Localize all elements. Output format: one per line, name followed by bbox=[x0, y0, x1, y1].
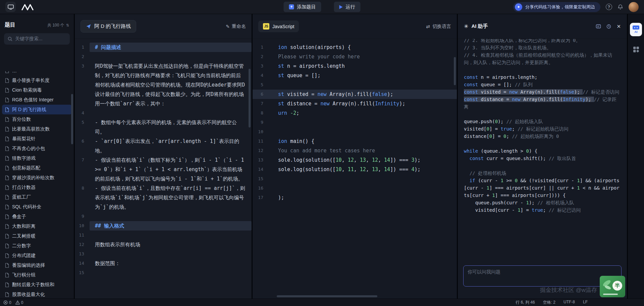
code-line[interactable]: 3st n = airports.length bbox=[253, 61, 457, 71]
chat-export-icon[interactable] bbox=[596, 24, 601, 29]
help-icon[interactable]: ? bbox=[606, 4, 612, 10]
code-line[interactable]: 5 bbox=[253, 80, 457, 90]
markdown-line[interactable]: 3阿D驾驶一架飞机需要从出发点抵达目的地，但是由于特殊的航空管制，对飞机的飞行路… bbox=[75, 61, 252, 108]
sidebar-item[interactable]: 百分位数 bbox=[2, 114, 72, 124]
add-problem-button[interactable]: + 添加题目 bbox=[284, 2, 321, 12]
sidebar-item[interactable]: 比赛最高获胜次数 bbox=[2, 124, 72, 134]
markdown-line[interactable]: 15 bbox=[75, 268, 252, 277]
markdown-line[interactable]: 13 bbox=[75, 249, 252, 259]
markdown-content[interactable]: 1# 问题描述23阿D驾驶一架飞机需要从出发点抵达目的地，但是由于特殊的航空管制… bbox=[75, 39, 252, 299]
code-content[interactable]: 1ion solution(airports) {2Please write y… bbox=[253, 39, 457, 299]
markdown-line[interactable]: 9 bbox=[75, 212, 252, 221]
run-button[interactable]: 运行 bbox=[334, 2, 361, 12]
code-text: st n = airports.length bbox=[270, 61, 345, 71]
notifications-bell-icon[interactable] bbox=[618, 4, 623, 10]
markdown-line[interactable]: 10## 输入格式 bbox=[75, 221, 252, 231]
sidebar-item[interactable]: 分布式团建 bbox=[2, 251, 72, 260]
code-line[interactable]: 6st visited = new Array(n).fill(false); bbox=[253, 90, 457, 99]
language-tab[interactable]: JS JavaScript bbox=[258, 20, 299, 32]
sidebar-item[interactable]: 大数和距离 bbox=[2, 221, 72, 231]
code-line[interactable]: 17); bbox=[253, 193, 457, 202]
markdown-text bbox=[90, 52, 252, 61]
share-banner[interactable]: ✦ 分享代码练习体验，领限量定制周边 bbox=[513, 2, 600, 12]
markdown-line[interactable]: 14数据范围： bbox=[75, 259, 252, 268]
ai-response-line: // 2. 将起始机场入队，标记为已访问，距离设为 0。 bbox=[464, 39, 620, 44]
code-line[interactable]: 9 bbox=[253, 118, 457, 127]
line-number: 9 bbox=[75, 212, 90, 221]
problem-list: …最小替换子串长度Cion 勒索病毒RGB 色值转 Integer阿 D 的飞行… bbox=[0, 71, 74, 299]
code-line[interactable]: 15 bbox=[253, 174, 457, 184]
code-text: st visited = new Array(n).fill(false); bbox=[270, 90, 393, 99]
sidebar-item-label: SQL 代码补全 bbox=[12, 204, 41, 210]
markdown-line[interactable]: 1# 问题描述 bbox=[75, 43, 252, 52]
switch-language-button[interactable]: ⇄ 切换语言 bbox=[426, 23, 451, 30]
code-line[interactable]: 16 bbox=[253, 184, 457, 193]
code-text bbox=[270, 118, 278, 127]
watermark-logo: 半 bbox=[600, 276, 625, 297]
code-line[interactable]: 14sole.log(solution([10, 11, 12, 13, 14]… bbox=[253, 165, 457, 174]
sidebar-item[interactable]: 翻转后最大子数组和 bbox=[2, 280, 72, 290]
ai-response-line: const n = airports.length; bbox=[464, 73, 620, 81]
app-logo[interactable] bbox=[5, 2, 16, 12]
main-area: 题目 共 100 个 ⇅ 关键字搜索... …最小替换子串长度Cion 勒索病毒… bbox=[0, 14, 644, 299]
sidebar-item[interactable]: 不再贪心的小包 bbox=[2, 144, 72, 153]
sidebar-item[interactable]: 猜数字游戏 bbox=[2, 153, 72, 163]
share-banner-text: 分享代码练习体验，领限量定制周边 bbox=[525, 4, 595, 10]
file-icon bbox=[5, 224, 9, 229]
sidebar-item[interactable]: 股票收益最大化 bbox=[2, 290, 72, 299]
sidebar-item[interactable]: 番茄编辑的选择 bbox=[2, 260, 72, 270]
sidebar-item[interactable]: 创意标题匹配 bbox=[2, 163, 72, 173]
code-line[interactable]: 7st distance = new Array(n).fill(Infinit… bbox=[253, 99, 457, 108]
sidebar-item-label: 蛋糕工厂 bbox=[12, 194, 31, 200]
rename-button[interactable]: ✎ 重命名 bbox=[226, 23, 246, 30]
search-box[interactable]: 关键字搜索... bbox=[4, 33, 70, 45]
markdown-line[interactable]: 8- 假设当前在机场`i`，且数组中存在`arr[i] == arr[j]`，则… bbox=[75, 184, 252, 212]
sidebar-scrollbar[interactable] bbox=[71, 94, 73, 144]
markdown-line[interactable]: 6- `arr[0]`表示出发点，`arr[arr.length - 1]`表示… bbox=[75, 137, 252, 155]
sidebar-item[interactable]: 叠盒子 bbox=[2, 212, 72, 221]
file-icon bbox=[5, 234, 9, 239]
code-line[interactable]: 11ion main() { bbox=[253, 137, 457, 146]
code-line[interactable]: 8urn -2; bbox=[253, 108, 457, 118]
sidebar-item[interactable]: 二叉树捂暖 bbox=[2, 231, 72, 241]
code-line[interactable]: 4st queue = []; bbox=[253, 71, 457, 80]
markdown-line[interactable]: 2 bbox=[75, 52, 252, 61]
code-line[interactable]: 2Please write your code here bbox=[253, 52, 457, 61]
markdown-line[interactable]: 11 bbox=[75, 231, 252, 240]
code-line[interactable]: 12You can add more test cases here bbox=[253, 146, 457, 155]
sidebar-item[interactable]: Cion 勒索病毒 bbox=[2, 85, 72, 95]
markdown-line[interactable]: 5- 数组中每个元素表示不同的机场，元素的值表示不同的航空公司。 bbox=[75, 118, 252, 137]
line-number: 16 bbox=[253, 184, 270, 193]
code-line[interactable]: 1ion solution(airports) { bbox=[253, 43, 457, 52]
sidebar-item[interactable]: 阿 D 的飞行路线 bbox=[2, 105, 72, 114]
sidebar-item[interactable]: 穿越沙漠的补给次数 bbox=[2, 173, 72, 183]
sidebar-item[interactable]: RGB 色值转 Integer bbox=[2, 95, 72, 105]
problem-panel-header: 阿 D 的飞行路线 ✎ 重命名 bbox=[75, 14, 252, 39]
sort-icon[interactable]: ⇅ bbox=[66, 23, 69, 28]
sidebar-item[interactable]: 打点计数器 bbox=[2, 183, 72, 192]
code-line[interactable]: 10 bbox=[253, 127, 457, 137]
sidebar-item[interactable]: 暴雨梨花针 bbox=[2, 134, 72, 144]
markdown-line[interactable]: 12用数组表示所有机场 bbox=[75, 240, 252, 249]
history-icon[interactable] bbox=[606, 24, 611, 29]
editor-horizontal-scrollbar[interactable] bbox=[277, 295, 377, 297]
code-line[interactable]: 13sole.log(solution([10, 12, 13, 12, 14]… bbox=[253, 155, 457, 165]
sidebar-item[interactable]: 蛋糕工厂 bbox=[2, 192, 72, 202]
plugins-icon[interactable] bbox=[633, 46, 639, 54]
marscode-logo[interactable] bbox=[21, 4, 34, 10]
markdown-line[interactable]: 7- 假设当前在机场`i`（数组下标为`i`），则`i - 1`（`i - 1 … bbox=[75, 155, 252, 184]
close-icon[interactable]: ✕ bbox=[616, 23, 621, 30]
problem-scrollbar[interactable] bbox=[249, 69, 251, 128]
file-icon bbox=[5, 292, 9, 297]
user-avatar[interactable] bbox=[629, 2, 639, 12]
sidebar-item[interactable]: … bbox=[2, 71, 72, 75]
sidebar-item[interactable]: 飞行棋分组 bbox=[2, 270, 72, 280]
markdown-line[interactable]: 4 bbox=[75, 108, 252, 118]
ai-assistant-toggle[interactable]: AI bbox=[630, 23, 642, 36]
problem-tab[interactable]: 阿 D 的飞行路线 bbox=[80, 20, 136, 33]
file-icon bbox=[5, 253, 9, 258]
sidebar-item[interactable]: 最小替换子串长度 bbox=[2, 75, 72, 85]
sidebar-item[interactable]: 二分数字 bbox=[2, 241, 72, 251]
sidebar-item[interactable]: SQL 代码补全 bbox=[2, 202, 72, 212]
editor-vertical-scrollbar[interactable] bbox=[454, 57, 456, 85]
